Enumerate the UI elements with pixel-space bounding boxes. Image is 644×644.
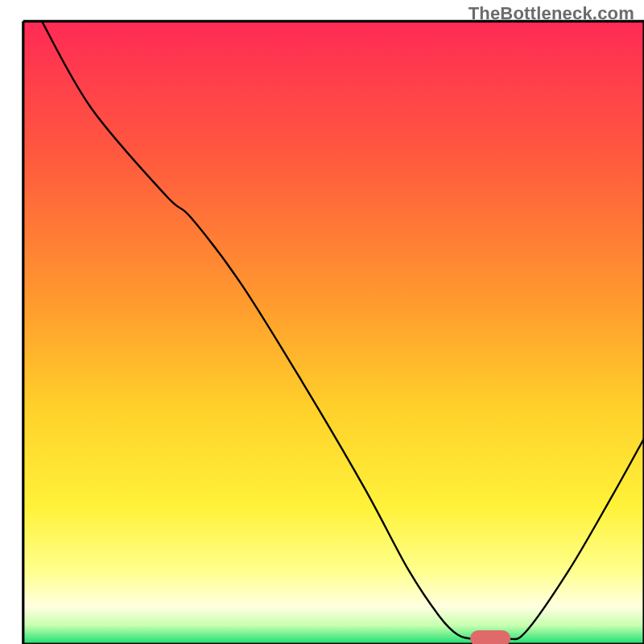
gradient-background bbox=[23, 21, 644, 644]
watermark-text: TheBottleneck.com bbox=[469, 3, 634, 24]
bottleneck-chart bbox=[0, 0, 644, 644]
optimal-range-marker bbox=[470, 630, 510, 644]
chart-container: TheBottleneck.com bbox=[0, 0, 644, 644]
